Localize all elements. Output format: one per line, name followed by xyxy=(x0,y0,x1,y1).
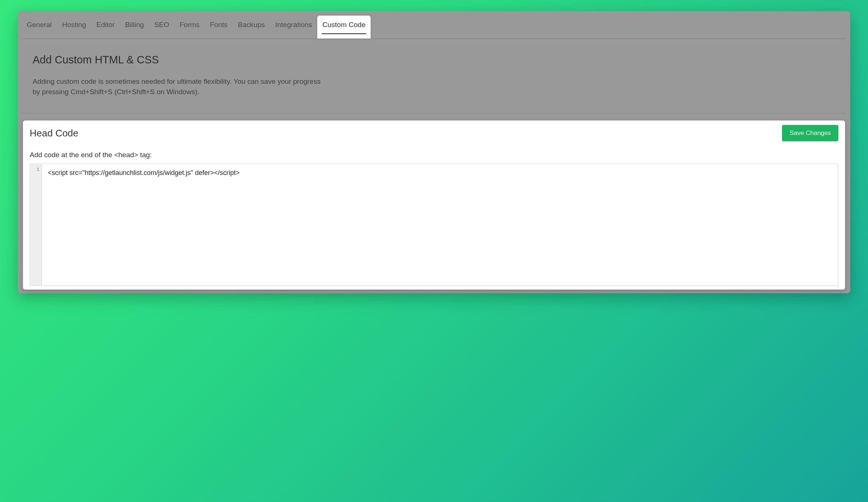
editor-gutter: 1 xyxy=(30,164,42,285)
tab-label: Editor xyxy=(96,21,115,29)
panel-title: Head Code xyxy=(30,128,79,139)
tab-label: Billing xyxy=(125,21,144,29)
tab-general[interactable]: General xyxy=(21,16,57,39)
tab-fonts[interactable]: Fonts xyxy=(205,16,233,39)
tab-label: Fonts xyxy=(210,21,228,29)
tabs-bar: General Hosting Editor Billing SEO Forms… xyxy=(18,11,850,39)
head-code-panel: Head Code Save Changes Add code at the e… xyxy=(23,120,845,290)
tab-label: Forms xyxy=(180,21,200,29)
page-title: Add Custom HTML & CSS xyxy=(33,54,835,66)
code-editor: 1 <script src="https://getlaunchlist.com… xyxy=(30,164,838,286)
page-description: Adding custom code is sometimes needed f… xyxy=(33,76,322,97)
tab-label: SEO xyxy=(154,21,169,29)
tab-integrations[interactable]: Integrations xyxy=(270,16,317,39)
tab-label: Hosting xyxy=(62,21,86,29)
tab-label: General xyxy=(27,21,52,29)
tab-forms[interactable]: Forms xyxy=(175,16,205,39)
tab-custom-code[interactable]: Custom Code xyxy=(317,16,371,39)
tab-editor[interactable]: Editor xyxy=(91,16,120,39)
tab-label: Integrations xyxy=(275,21,312,29)
settings-window: General Hosting Editor Billing SEO Forms… xyxy=(18,11,850,293)
tab-seo[interactable]: SEO xyxy=(149,16,174,39)
tab-hosting[interactable]: Hosting xyxy=(57,16,91,39)
code-textarea[interactable]: <script src="https://getlaunchlist.com/j… xyxy=(42,164,838,285)
panel-header: Head Code Save Changes xyxy=(30,125,838,141)
section-header: Add Custom HTML & CSS Adding custom code… xyxy=(21,39,847,113)
tab-label: Custom Code xyxy=(322,21,365,29)
tab-label: Backups xyxy=(238,21,265,29)
panel-description: Add code at the end of the <head> tag: xyxy=(30,151,838,159)
line-number: 1 xyxy=(30,166,42,174)
save-changes-button[interactable]: Save Changes xyxy=(782,125,838,141)
tab-billing[interactable]: Billing xyxy=(120,16,149,39)
tab-backups[interactable]: Backups xyxy=(233,16,270,39)
